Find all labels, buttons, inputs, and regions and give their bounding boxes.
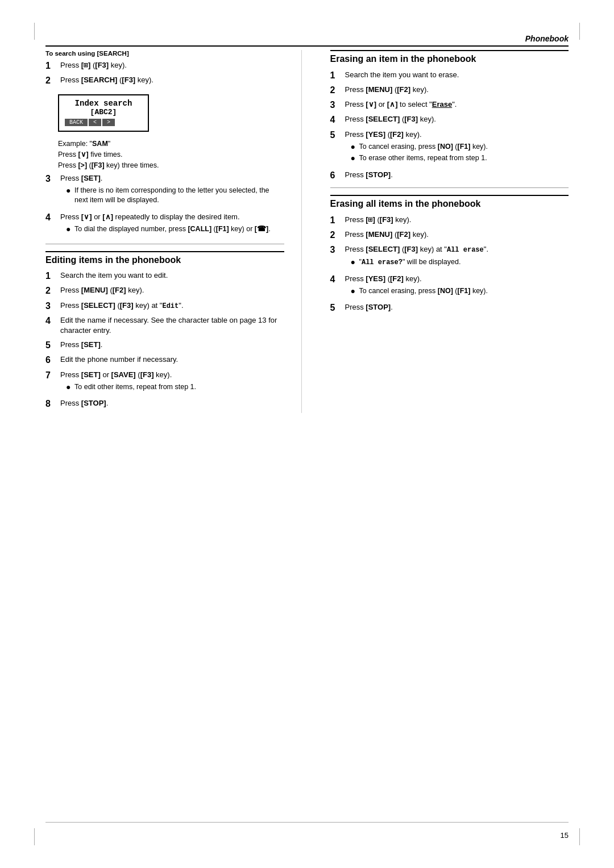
search-step-3: 3 Press [SET]. ● If there is no item cor… (45, 173, 284, 208)
left-btn: < (89, 119, 101, 126)
erase-all-section-title-box: Erasing all items in the phonebook (330, 195, 569, 210)
erase-all-section-title: Erasing all items in the phonebook (330, 198, 569, 210)
two-column-layout: To search using [SEARCH] 1 Press [⊞] ([F… (45, 50, 569, 413)
erase-all-step-5: 5 Press [STOP]. (330, 302, 569, 313)
erase-item-step-3: 3 Press [∨] or [∧] to select "Erase". (330, 99, 569, 110)
erase-item-section-title: Erasing an item in the phonebook (330, 53, 569, 65)
header-title: Phonebook (525, 34, 569, 43)
erase-item-step-1: 1 Search the item you want to erase. (330, 70, 569, 81)
erase-all-step-1: 1 Press [⊞] ([F3] key). (330, 215, 569, 226)
erase-all-step3-bullet-1: ● "All erase?" will be displayed. (351, 257, 569, 268)
erase-step5-bullet-2: ● To erase other items, repeat from step… (351, 153, 569, 164)
editing-section-title-box: Editing items in the phonebook (45, 251, 284, 266)
corner-mark-bl-v (34, 828, 35, 845)
edit-step-6: 6 Edit the phone number if necessary. (45, 354, 284, 365)
erase-item-step-2: 2 Press [MENU] ([F2] key). (330, 85, 569, 95)
right-btn: > (102, 119, 115, 126)
back-btn: BACK (65, 119, 88, 126)
editing-section-title: Editing items in the phonebook (45, 254, 284, 266)
right-column: Erasing an item in the phonebook 1 Searc… (325, 50, 569, 413)
edit-step-5: 5 Press [SET]. (45, 340, 284, 350)
bottom-rule (45, 822, 569, 823)
page-header: Phonebook (45, 34, 569, 47)
index-search-screen: Index search [ABC2] BACK < > (58, 94, 149, 132)
erase-item-step-6: 6 Press [STOP]. (330, 170, 569, 181)
erase-step5-bullet-1: ● To cancel erasing, press [NO] ([F1] ke… (351, 142, 569, 152)
erase-all-step-2: 2 Press [MENU] ([F2] key). (330, 229, 569, 240)
erase-all-step4-bullet-1: ● To cancel erasing, press [NO] ([F1] ke… (351, 286, 569, 297)
erase-all-divider (330, 187, 569, 188)
step4-bullets: ● To dial the displayed number, press [C… (66, 224, 284, 235)
edit-step-2: 2 Press [MENU] ([F2] key). (45, 285, 284, 296)
page: Phonebook To search using [SEARCH] 1 Pre… (0, 0, 614, 868)
erase-all-step3-bullets: ● "All erase?" will be displayed. (351, 257, 569, 268)
edit-step-1: 1 Search the item you want to edit. (45, 270, 284, 281)
erase-all-step-3: 3 Press [SELECT] ([F3] key) at "All eras… (330, 244, 569, 270)
step4-bullet-1: ● To dial the displayed number, press [C… (66, 224, 284, 235)
example-block: Example: "SAM" Press [∨] five times. Pre… (58, 139, 284, 170)
example-line0: Example: "SAM" (58, 139, 284, 149)
erase-step5-bullets: ● To cancel erasing, press [NO] ([F1] ke… (351, 142, 569, 164)
erase-all-step-4: 4 Press [YES] ([F2] key). ● To cancel er… (330, 274, 569, 299)
left-column: To search using [SEARCH] 1 Press [⊞] ([F… (45, 50, 302, 413)
corner-mark-br-v (579, 828, 580, 845)
erase-item-section-title-box: Erasing an item in the phonebook (330, 50, 569, 65)
step3-bullets: ● If there is no item corresponding to t… (66, 186, 284, 206)
edit-step-3: 3 Press [SELECT] ([F3] key) at "Edit". (45, 301, 284, 311)
step3-bullet-1: ● If there is no item corresponding to t… (66, 186, 284, 206)
edit-step7-bullets: ● To edit other items, repeat from step … (66, 382, 284, 393)
erase-all-step4-bullets: ● To cancel erasing, press [NO] ([F1] ke… (351, 286, 569, 297)
corner-mark-tl-v (34, 23, 35, 40)
edit-step-4: 4 Edit the name if necessary. See the ch… (45, 315, 284, 336)
search-step-4: 4 Press [∨] or [∧] repeatedly to display… (45, 212, 284, 237)
edit-step7-bullet-1: ● To edit other items, repeat from step … (66, 382, 284, 393)
screen-subtitle: [ABC2] (65, 108, 142, 116)
page-number: 15 (561, 831, 569, 840)
edit-step-7: 7 Press [SET] or [SAVE] ([F3] key). ● To… (45, 370, 284, 395)
editing-section-divider (45, 244, 284, 244)
erase-item-step-5: 5 Press [YES] ([F2] key). ● To cancel er… (330, 130, 569, 166)
erase-item-step-4: 4 Press [SELECT] ([F3] key). (330, 114, 569, 125)
screen-buttons: BACK < > (65, 119, 142, 126)
screen-title: Index search (65, 99, 142, 108)
edit-step-8: 8 Press [STOP]. (45, 398, 284, 409)
search-subsection-label: To search using [SEARCH] (45, 50, 284, 57)
example-line2: Press [>] ([F3] key) three times. (58, 160, 284, 171)
corner-mark-tr-v (579, 23, 580, 40)
search-step-1: 1 Press [⊞] ([F3] key). (45, 60, 284, 71)
search-step-2: 2 Press [SEARCH] ([F3] key). (45, 75, 284, 86)
example-line1: Press [∨] five times. (58, 149, 284, 160)
